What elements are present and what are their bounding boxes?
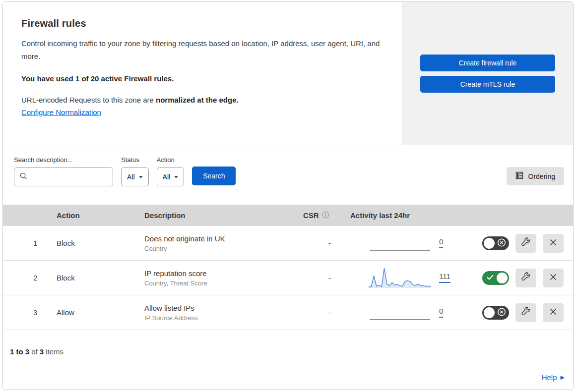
toggle-knob <box>497 273 508 283</box>
toggle-check-icon <box>486 274 494 282</box>
create-firewall-rule-button[interactable]: Create firewall rule <box>420 55 555 71</box>
pagination-of: of <box>31 347 38 356</box>
hero-text-panel: Firewall rules Control incoming traffic … <box>3 2 402 145</box>
rule-criteria: IP Source Address <box>144 314 298 322</box>
action-panel: Create firewall rule Create mTLS rule <box>402 2 573 145</box>
search-input[interactable] <box>31 172 113 181</box>
ordering-list-icon <box>515 171 523 181</box>
search-button[interactable]: Search <box>192 167 236 185</box>
action-select-value: All <box>163 173 171 181</box>
edit-rule-button[interactable] <box>515 234 536 253</box>
search-icon <box>20 172 27 182</box>
configure-normalization-link[interactable]: Configure Normalization <box>21 108 101 116</box>
csr-column-label: CSR <box>303 211 319 220</box>
x-icon <box>549 238 558 248</box>
hero-section: Firewall rules Control incoming traffic … <box>3 2 573 145</box>
rule-enabled-toggle[interactable] <box>482 236 509 250</box>
ordering-button[interactable]: Ordering <box>507 167 564 185</box>
chevron-down-icon <box>139 176 143 178</box>
firewall-rules-card: Firewall rules Control incoming traffic … <box>2 1 574 390</box>
activity-column-header: Activity last 24hr <box>343 211 459 220</box>
edit-rule-button[interactable] <box>515 269 536 287</box>
toggle-x-circle-icon <box>497 307 506 318</box>
rule-action: Allow <box>50 308 137 317</box>
rule-description: IP reputation score <box>144 269 298 278</box>
filter-toolbar: Search description... Status All Action … <box>3 145 573 205</box>
pagination-bar: 1 to 3 of 3 items <box>3 330 573 365</box>
normalization-note: URL-encoded Requests to this zone are no… <box>21 96 384 104</box>
status-label: Status <box>121 156 149 164</box>
delete-rule-button[interactable] <box>543 234 564 253</box>
toggle-knob <box>484 238 495 249</box>
wrench-icon <box>521 307 531 318</box>
activity-count-link[interactable]: 0 <box>439 307 443 318</box>
search-box <box>14 168 113 186</box>
status-select[interactable]: All <box>121 168 149 186</box>
help-link-label: Help <box>542 373 557 382</box>
rule-activity-cell: 0 <box>343 232 459 254</box>
wrench-icon <box>521 272 531 283</box>
toggle-knob <box>484 307 495 318</box>
activity-count-link[interactable]: 111 <box>439 273 450 283</box>
activity-sparkline <box>369 302 431 324</box>
help-link[interactable]: Help ▶ <box>542 373 565 382</box>
usage-summary: You have used 1 of 20 active Firewall ru… <box>21 74 384 83</box>
toggle-x-circle-icon <box>497 238 506 248</box>
pagination-range: 1 to 3 <box>10 347 29 356</box>
pagination-items: items <box>46 347 64 356</box>
rule-criteria: Country <box>144 245 298 252</box>
rule-controls <box>459 269 573 287</box>
search-label: Search description... <box>14 156 113 164</box>
action-select[interactable]: All <box>157 168 185 186</box>
rule-priority: 2 <box>3 274 50 282</box>
rule-controls <box>459 234 573 253</box>
x-icon <box>549 307 558 318</box>
ordering-button-label: Ordering <box>528 172 555 180</box>
search-group: Search description... <box>14 156 113 186</box>
x-icon <box>549 273 558 283</box>
rule-description: Does not originate in UK <box>144 234 298 243</box>
description-column-header: Description <box>137 211 298 220</box>
firewall-rule-row: 3 Allow Allow listed IPs IP Source Addre… <box>3 295 573 330</box>
page-title: Firewall rules <box>21 18 384 29</box>
firewall-rule-row: 1 Block Does not originate in UK Country… <box>3 226 573 261</box>
rule-criteria: Country, Threat Score <box>144 280 298 287</box>
rule-controls <box>459 303 573 322</box>
rule-enabled-toggle[interactable] <box>482 271 509 285</box>
rule-enabled-toggle[interactable] <box>482 306 509 320</box>
normalization-bold: normalized at the edge. <box>156 96 239 104</box>
action-label: Action <box>157 156 185 164</box>
action-filter-group: Action All <box>157 156 185 186</box>
rule-activity-cell: 0 <box>343 302 459 324</box>
page-description: Control incoming traffic to your zone by… <box>21 37 384 63</box>
info-icon[interactable] <box>322 211 329 220</box>
create-mtls-rule-button[interactable]: Create mTLS rule <box>420 76 555 93</box>
rule-activity-cell: 111 <box>343 267 459 289</box>
pagination-total: 3 <box>40 347 44 356</box>
rule-description-cell: Does not originate in UK Country <box>137 234 298 252</box>
wrench-icon <box>521 237 531 249</box>
rule-description: Allow listed IPs <box>144 304 298 312</box>
activity-count-link[interactable]: 0 <box>439 238 443 248</box>
delete-rule-button[interactable] <box>543 269 564 287</box>
csr-column-header: CSR <box>298 211 343 220</box>
rule-priority: 1 <box>3 239 50 247</box>
activity-sparkline <box>369 232 431 254</box>
rule-csr-value: - <box>298 274 343 282</box>
normalization-text: URL-encoded Requests to this zone are <box>21 96 156 104</box>
status-filter-group: Status All <box>121 156 149 186</box>
help-footer: Help ▶ <box>3 365 573 390</box>
rule-action: Block <box>50 239 137 247</box>
table-header-row: Action Description CSR Activity last 24h… <box>3 205 573 226</box>
edit-rule-button[interactable] <box>515 303 536 322</box>
chevron-down-icon <box>174 176 178 178</box>
rule-csr-value: - <box>298 239 343 247</box>
activity-sparkline <box>369 267 431 289</box>
rule-csr-value: - <box>298 308 343 317</box>
firewall-rule-row: 2 Block IP reputation score Country, Thr… <box>3 261 573 295</box>
status-select-value: All <box>127 173 135 181</box>
delete-rule-button[interactable] <box>543 303 564 322</box>
action-column-header: Action <box>50 211 137 220</box>
rule-priority: 3 <box>3 309 50 317</box>
rule-action: Block <box>50 274 137 282</box>
